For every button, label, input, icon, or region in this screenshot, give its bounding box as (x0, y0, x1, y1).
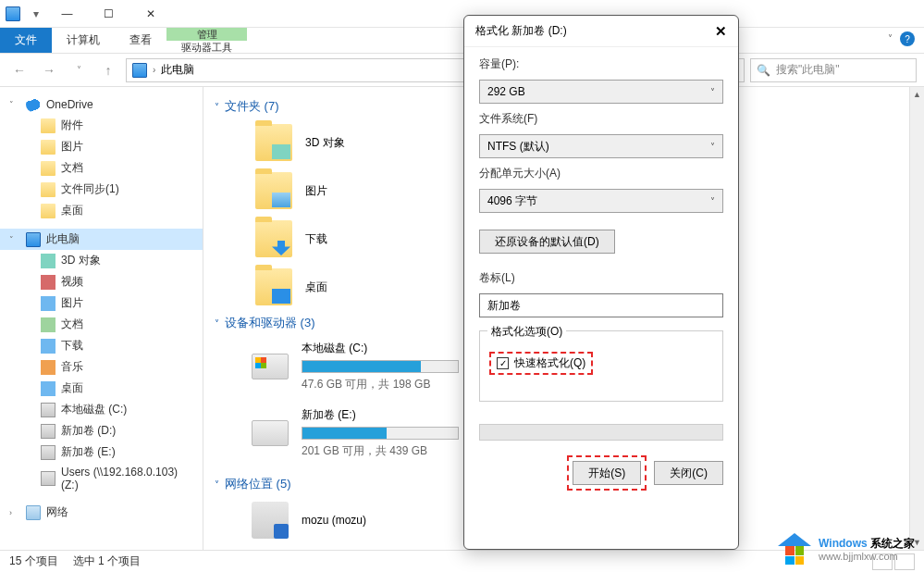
tree-item[interactable]: 附件 (0, 115, 203, 136)
tree-item[interactable]: 文档 (0, 314, 203, 335)
tree-item[interactable]: 视频 (0, 271, 203, 292)
computer-icon (252, 502, 289, 539)
folder-icon (41, 182, 55, 197)
pc-icon (26, 232, 41, 247)
quick-format-checkbox[interactable]: ✓ (497, 357, 509, 369)
drive-usage-text: 47.6 GB 可用，共 198 GB (302, 377, 459, 392)
tree-network[interactable]: › 网络 (0, 502, 203, 523)
quick-format-checkbox-row[interactable]: ✓ 快速格式化(Q) (489, 352, 593, 375)
folder-label: 下载 (305, 231, 327, 247)
dialog-title-bar[interactable]: 格式化 新加卷 (D:) ✕ (464, 16, 738, 47)
tree-label: 新加卷 (E:) (61, 444, 116, 460)
tree-this-pc[interactable]: ˅ 此电脑 (0, 229, 203, 250)
tree-item[interactable]: 图片 (0, 292, 203, 314)
collapse-icon[interactable]: ˅ (215, 479, 219, 490)
folder-label: 桌面 (305, 280, 327, 295)
tree-label: 视频 (61, 274, 83, 290)
desktop-icon (41, 381, 55, 396)
volume-label-input[interactable]: 新加卷 (479, 293, 723, 317)
drive-icon (41, 403, 55, 417)
tree-item[interactable]: 图片 (0, 136, 203, 157)
tree-item[interactable]: 桌面 (0, 200, 203, 221)
scroll-up-button[interactable]: ▲ (910, 87, 924, 102)
drive-icon (41, 445, 55, 460)
tree-label: 此电脑 (46, 231, 80, 247)
ribbon-collapse-icon[interactable]: ˅ (888, 33, 893, 44)
tree-item[interactable]: 3D 对象 (0, 250, 203, 271)
drive-usage-bar (302, 427, 459, 440)
tree-label: 3D 对象 (61, 253, 101, 268)
3d-objects-icon (41, 254, 55, 268)
capacity-label: 容量(P): (479, 56, 723, 72)
capacity-value: 292 GB (487, 85, 525, 98)
tree-item[interactable]: 音乐 (0, 356, 203, 378)
breadcrumb-location[interactable]: 此电脑 (161, 62, 194, 78)
folder-icon (41, 161, 55, 176)
nav-forward-button[interactable]: → (37, 58, 61, 82)
ribbon-tab-file[interactable]: 文件 (0, 28, 52, 53)
tree-label: 网络 (46, 504, 68, 520)
group-title: 网络位置 (5) (225, 476, 291, 492)
tree-item[interactable]: Users (\\192.168.0.103) (Z:) (0, 463, 203, 494)
chevron-down-icon: ˅ (710, 87, 715, 97)
ribbon-tab-computer[interactable]: 计算机 (52, 28, 115, 53)
tree-label: 图片 (61, 139, 83, 155)
format-options-label: 格式化选项(O) (487, 324, 566, 340)
tree-item[interactable]: 文件同步(1) (0, 179, 203, 200)
capacity-select[interactable]: 292 GB ˅ (479, 80, 723, 104)
drive-icon (252, 354, 289, 379)
format-progress-bar (479, 424, 723, 441)
window-close-button[interactable]: ✕ (129, 0, 171, 28)
folder-icon (41, 140, 55, 155)
filesystem-select[interactable]: NTFS (默认) ˅ (479, 134, 723, 158)
tree-item[interactable]: 新加卷 (D:) (0, 420, 203, 441)
window-maximize-button[interactable]: ☐ (88, 0, 129, 28)
tree-label: 桌面 (61, 380, 83, 396)
start-button[interactable]: 开始(S) (573, 461, 641, 485)
filesystem-label: 文件系统(F) (479, 111, 723, 127)
drive-icon (252, 420, 289, 446)
folder-icon (41, 204, 55, 218)
ribbon-tab-view[interactable]: 查看 (115, 28, 166, 53)
nav-up-button[interactable]: ↑ (96, 58, 120, 82)
folder-icon (255, 220, 292, 257)
ribbon-tabs: 文件 计算机 查看 管理 驱动器工具 此电脑 ˅ ? (0, 28, 924, 54)
onedrive-icon (26, 97, 41, 112)
tree-onedrive[interactable]: ˅ OneDrive (0, 94, 203, 115)
tree-item[interactable]: 本地磁盘 (C:) (0, 399, 203, 420)
dialog-close-button[interactable]: ✕ (715, 23, 727, 40)
tree-label: 附件 (61, 118, 83, 133)
search-placeholder: 搜索"此电脑" (776, 62, 840, 78)
qat-dropdown[interactable]: ▾ (26, 4, 46, 24)
tree-label: 文档 (61, 317, 83, 332)
help-icon[interactable]: ? (900, 31, 915, 46)
search-icon: 🔍 (757, 64, 770, 77)
folder-label: 3D 对象 (305, 135, 345, 151)
nav-history-dropdown[interactable]: ˅ (67, 58, 91, 82)
format-options-fieldset: 格式化选项(O) ✓ 快速格式化(Q) (479, 330, 723, 402)
tree-item[interactable]: 下载 (0, 335, 203, 356)
expand-icon[interactable]: ˅ (9, 235, 20, 244)
drive-usage-bar (302, 360, 459, 373)
tree-label: 文件同步(1) (61, 181, 119, 197)
close-button[interactable]: 关闭(C) (654, 461, 723, 485)
search-input[interactable]: 🔍 搜索"此电脑" (750, 58, 917, 82)
collapse-icon[interactable]: ˅ (215, 318, 219, 329)
location-icon (132, 63, 147, 78)
expand-icon[interactable]: ˅ (9, 100, 20, 109)
tree-item[interactable]: 文档 (0, 157, 203, 179)
tree-item[interactable]: 新加卷 (E:) (0, 441, 203, 463)
nav-back-button[interactable]: ← (7, 58, 31, 82)
expand-icon[interactable]: › (9, 508, 20, 517)
window-minimize-button[interactable]: — (46, 0, 88, 28)
collapse-icon[interactable]: ˅ (215, 102, 219, 112)
tree-label: 文档 (61, 160, 83, 176)
allocation-select[interactable]: 4096 字节 ˅ (479, 189, 723, 213)
drive-icon (41, 424, 55, 439)
vertical-scrollbar[interactable]: ▲ ▼ (909, 87, 924, 550)
tree-item[interactable]: 桌面 (0, 378, 203, 399)
volume-label-label: 卷标(L) (479, 270, 723, 286)
navigation-bar: ← → ˅ ↑ › 此电脑 ˅ ↻ 🔍 搜索"此电脑" (0, 54, 924, 87)
restore-defaults-button[interactable]: 还原设备的默认值(D) (479, 230, 615, 254)
quick-format-label: 快速格式化(Q) (514, 355, 585, 371)
